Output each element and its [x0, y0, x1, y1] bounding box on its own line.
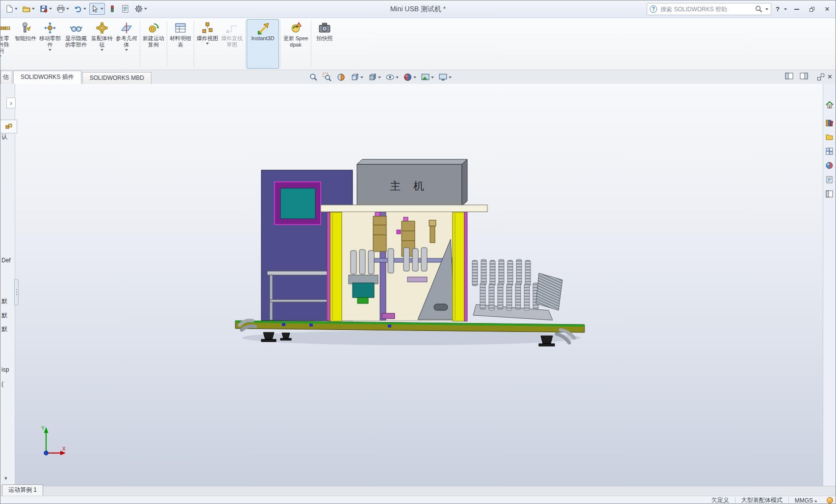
- home-icon: [825, 101, 834, 109]
- ribbon-divider: [280, 21, 280, 67]
- help-search-box[interactable]: ?: [647, 3, 771, 15]
- search-input[interactable]: [659, 5, 752, 13]
- collapsed-feature-tab[interactable]: [0, 120, 17, 133]
- ribbon-button-linear-component-pattern[interactable]: 性零件阵列: [0, 19, 13, 69]
- assembly-mode-status[interactable]: 大型装配体模式: [735, 497, 788, 504]
- chevron-down-icon[interactable]: [378, 76, 381, 78]
- ribbon-button-new-motion-study[interactable]: 新建运动算例: [141, 19, 166, 69]
- pane-right-icon: [800, 73, 808, 79]
- zoom-fit-icon: [309, 73, 318, 82]
- file-properties-button[interactable]: [120, 3, 131, 15]
- custom-properties-button[interactable]: [825, 176, 834, 185]
- display-style-button[interactable]: [367, 72, 381, 82]
- edit-appearance-button[interactable]: [403, 72, 417, 82]
- zoom-area-button[interactable]: [322, 72, 332, 82]
- panel-expand-button[interactable]: ›: [6, 98, 16, 108]
- chevron-down-icon[interactable]: [101, 8, 103, 10]
- select-tool-button[interactable]: [89, 3, 105, 15]
- status-bar: 欠定义 大型装配体模式 MMGS ▴: [0, 496, 836, 504]
- appearances-scenes-button[interactable]: [825, 161, 834, 171]
- panel-splitter-handle[interactable]: [14, 279, 19, 305]
- graphics-viewport[interactable]: 主 机: [15, 84, 823, 486]
- ribbon-button-update-speedpak[interactable]: 更新 Speedpak: [281, 19, 310, 69]
- tree-text-fragment: (: [1, 380, 3, 387]
- panel-scroll-down-icon[interactable]: ▾: [4, 475, 7, 481]
- chevron-down-icon[interactable]: [784, 8, 787, 10]
- eye-icon: [385, 73, 395, 82]
- design-library-button[interactable]: [825, 119, 834, 128]
- ribbon-button-smart-fasteners[interactable]: 智能扣件: [13, 19, 38, 69]
- chevron-down-icon[interactable]: [83, 8, 86, 10]
- pane-left-button[interactable]: [785, 73, 793, 81]
- units-selector[interactable]: MMGS ▴: [788, 497, 823, 504]
- pane-right-button[interactable]: [800, 73, 808, 81]
- search-icon[interactable]: [755, 5, 763, 13]
- new-motion-study-icon: [147, 22, 160, 34]
- motion-study-tab[interactable]: 运动算例 1: [2, 484, 43, 496]
- x-axis-label: X: [62, 446, 66, 452]
- ribbon-button-show-hidden-components[interactable]: 显示隐藏的零部件: [62, 19, 90, 69]
- y-axis-arrow-icon: [44, 427, 49, 433]
- orientation-triad[interactable]: Y X: [40, 425, 67, 457]
- chevron-down-icon[interactable]: [66, 8, 69, 10]
- tree-text-fragment: isp: [1, 366, 9, 373]
- ribbon-button-bill-of-materials[interactable]: 材料明细表: [168, 19, 193, 69]
- ribbon-divider: [311, 21, 311, 67]
- help-menu-button[interactable]: ?: [776, 5, 780, 13]
- chevron-down-icon[interactable]: [413, 76, 416, 78]
- chevron-down-icon[interactable]: [49, 8, 52, 10]
- hide-show-items-button[interactable]: [385, 72, 399, 82]
- new-document-button[interactable]: [3, 3, 19, 15]
- model-3d-view[interactable]: 主 机: [235, 157, 590, 350]
- reference-geometry-icon: [120, 22, 133, 34]
- rebuild-button[interactable]: [106, 3, 118, 15]
- ribbon-button-move-component[interactable]: 移动零部件: [38, 19, 62, 69]
- document-window-controls: ✕: [785, 73, 833, 84]
- quick-tips-icon[interactable]: [827, 497, 833, 504]
- options-button[interactable]: [133, 3, 149, 15]
- view-palette-button[interactable]: [825, 147, 834, 157]
- apply-scene-button[interactable]: [420, 72, 434, 82]
- ribbon-button-take-snapshot[interactable]: 拍快照: [312, 19, 337, 69]
- resources-home-button[interactable]: [825, 101, 834, 110]
- chevron-down-icon[interactable]: [765, 8, 768, 10]
- chevron-down-icon[interactable]: [449, 76, 452, 78]
- undo-button[interactable]: [72, 3, 88, 15]
- chevron-down-icon[interactable]: [144, 8, 147, 10]
- view-settings-button[interactable]: [438, 72, 452, 82]
- ribbon-button-assembly-features[interactable]: 装配体特征: [90, 19, 114, 69]
- tab-solidworks-mbd[interactable]: SOLIDWORKS MBD: [82, 72, 152, 84]
- chevron-down-icon: [125, 49, 128, 51]
- chevron-down-icon[interactable]: [15, 8, 18, 10]
- chevron-down-icon[interactable]: [396, 76, 399, 78]
- base-plate[interactable]: [235, 321, 584, 332]
- tab-solidworks-addins[interactable]: SOLIDWORKS 插件: [13, 71, 81, 84]
- show-hidden-components-icon: [70, 22, 82, 34]
- task-pane-toolbar: [823, 84, 836, 486]
- minimize-icon: [794, 9, 799, 10]
- spring-tray[interactable]: [472, 259, 562, 320]
- chevron-down-icon[interactable]: [360, 76, 363, 78]
- definition-status: 欠定义: [706, 497, 735, 504]
- view-orientation-button[interactable]: [350, 72, 364, 82]
- motion-study-bar: 运动算例 1: [0, 486, 836, 496]
- window-minimize-button[interactable]: [791, 5, 802, 14]
- ribbon-button-exploded-view[interactable]: 爆炸视图: [195, 19, 220, 69]
- open-document-button[interactable]: [21, 3, 36, 15]
- pane-options-button[interactable]: [825, 190, 834, 200]
- ribbon-button-instant3d[interactable]: Instant3D: [247, 19, 279, 69]
- top-beam[interactable]: [321, 205, 487, 212]
- chevron-down-icon[interactable]: [431, 76, 434, 78]
- zoom-fit-button[interactable]: [308, 72, 319, 82]
- file-explorer-button[interactable]: [825, 133, 834, 143]
- ribbon-button-reference-geometry[interactable]: 参考几何体: [114, 19, 139, 69]
- host-tower[interactable]: 主 机: [357, 159, 467, 206]
- save-button[interactable]: [38, 3, 53, 15]
- window-close-button[interactable]: ✕: [822, 5, 833, 14]
- tab-clipped[interactable]: 估: [0, 71, 12, 84]
- chevron-down-icon[interactable]: [32, 8, 35, 10]
- window-restore-button[interactable]: [807, 5, 817, 14]
- doc-close-button[interactable]: ✕: [827, 74, 833, 80]
- section-view-button[interactable]: [336, 72, 346, 82]
- print-button[interactable]: [55, 3, 71, 15]
